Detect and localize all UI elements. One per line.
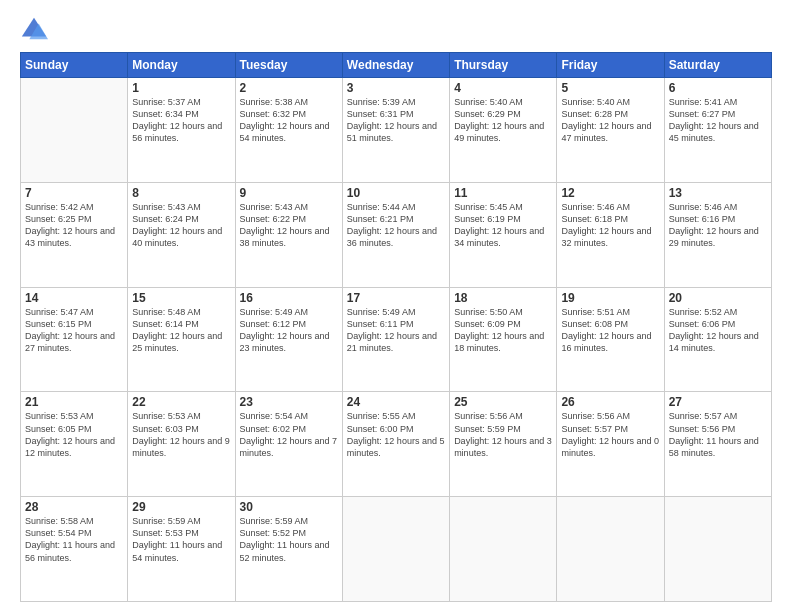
- day-info: Sunrise: 5:43 AM Sunset: 6:22 PM Dayligh…: [240, 201, 338, 250]
- calendar-day-header: Friday: [557, 53, 664, 78]
- logo-icon: [20, 16, 48, 44]
- day-info: Sunrise: 5:56 AM Sunset: 5:59 PM Dayligh…: [454, 410, 552, 459]
- calendar-cell: 11Sunrise: 5:45 AM Sunset: 6:19 PM Dayli…: [450, 182, 557, 287]
- logo: [20, 16, 52, 44]
- day-number: 12: [561, 186, 659, 200]
- calendar-cell: 6Sunrise: 5:41 AM Sunset: 6:27 PM Daylig…: [664, 78, 771, 183]
- calendar-cell: 19Sunrise: 5:51 AM Sunset: 6:08 PM Dayli…: [557, 287, 664, 392]
- calendar-cell: 10Sunrise: 5:44 AM Sunset: 6:21 PM Dayli…: [342, 182, 449, 287]
- calendar-cell: [450, 497, 557, 602]
- day-info: Sunrise: 5:50 AM Sunset: 6:09 PM Dayligh…: [454, 306, 552, 355]
- day-number: 26: [561, 395, 659, 409]
- day-info: Sunrise: 5:48 AM Sunset: 6:14 PM Dayligh…: [132, 306, 230, 355]
- calendar-cell: [664, 497, 771, 602]
- day-number: 7: [25, 186, 123, 200]
- day-number: 29: [132, 500, 230, 514]
- calendar-cell: 30Sunrise: 5:59 AM Sunset: 5:52 PM Dayli…: [235, 497, 342, 602]
- calendar-cell: 12Sunrise: 5:46 AM Sunset: 6:18 PM Dayli…: [557, 182, 664, 287]
- calendar-cell: 8Sunrise: 5:43 AM Sunset: 6:24 PM Daylig…: [128, 182, 235, 287]
- day-number: 21: [25, 395, 123, 409]
- calendar-week-row: 28Sunrise: 5:58 AM Sunset: 5:54 PM Dayli…: [21, 497, 772, 602]
- calendar-table: SundayMondayTuesdayWednesdayThursdayFrid…: [20, 52, 772, 602]
- calendar-cell: [557, 497, 664, 602]
- day-number: 2: [240, 81, 338, 95]
- day-number: 10: [347, 186, 445, 200]
- calendar-week-row: 1Sunrise: 5:37 AM Sunset: 6:34 PM Daylig…: [21, 78, 772, 183]
- calendar-cell: 14Sunrise: 5:47 AM Sunset: 6:15 PM Dayli…: [21, 287, 128, 392]
- day-number: 9: [240, 186, 338, 200]
- calendar-day-header: Sunday: [21, 53, 128, 78]
- day-number: 15: [132, 291, 230, 305]
- calendar-cell: 4Sunrise: 5:40 AM Sunset: 6:29 PM Daylig…: [450, 78, 557, 183]
- calendar-week-row: 14Sunrise: 5:47 AM Sunset: 6:15 PM Dayli…: [21, 287, 772, 392]
- day-info: Sunrise: 5:38 AM Sunset: 6:32 PM Dayligh…: [240, 96, 338, 145]
- calendar-cell: 2Sunrise: 5:38 AM Sunset: 6:32 PM Daylig…: [235, 78, 342, 183]
- day-number: 1: [132, 81, 230, 95]
- calendar-cell: 9Sunrise: 5:43 AM Sunset: 6:22 PM Daylig…: [235, 182, 342, 287]
- day-number: 30: [240, 500, 338, 514]
- day-info: Sunrise: 5:55 AM Sunset: 6:00 PM Dayligh…: [347, 410, 445, 459]
- day-number: 25: [454, 395, 552, 409]
- day-info: Sunrise: 5:40 AM Sunset: 6:28 PM Dayligh…: [561, 96, 659, 145]
- calendar-header-row: SundayMondayTuesdayWednesdayThursdayFrid…: [21, 53, 772, 78]
- calendar-cell: 26Sunrise: 5:56 AM Sunset: 5:57 PM Dayli…: [557, 392, 664, 497]
- calendar-cell: 5Sunrise: 5:40 AM Sunset: 6:28 PM Daylig…: [557, 78, 664, 183]
- day-info: Sunrise: 5:42 AM Sunset: 6:25 PM Dayligh…: [25, 201, 123, 250]
- calendar-cell: 16Sunrise: 5:49 AM Sunset: 6:12 PM Dayli…: [235, 287, 342, 392]
- day-info: Sunrise: 5:43 AM Sunset: 6:24 PM Dayligh…: [132, 201, 230, 250]
- calendar-cell: 28Sunrise: 5:58 AM Sunset: 5:54 PM Dayli…: [21, 497, 128, 602]
- calendar-cell: 15Sunrise: 5:48 AM Sunset: 6:14 PM Dayli…: [128, 287, 235, 392]
- calendar-day-header: Thursday: [450, 53, 557, 78]
- day-number: 16: [240, 291, 338, 305]
- day-info: Sunrise: 5:37 AM Sunset: 6:34 PM Dayligh…: [132, 96, 230, 145]
- day-info: Sunrise: 5:52 AM Sunset: 6:06 PM Dayligh…: [669, 306, 767, 355]
- page: SundayMondayTuesdayWednesdayThursdayFrid…: [0, 0, 792, 612]
- day-info: Sunrise: 5:59 AM Sunset: 5:52 PM Dayligh…: [240, 515, 338, 564]
- day-number: 18: [454, 291, 552, 305]
- calendar-cell: 25Sunrise: 5:56 AM Sunset: 5:59 PM Dayli…: [450, 392, 557, 497]
- calendar-cell: 13Sunrise: 5:46 AM Sunset: 6:16 PM Dayli…: [664, 182, 771, 287]
- day-info: Sunrise: 5:53 AM Sunset: 6:03 PM Dayligh…: [132, 410, 230, 459]
- calendar-cell: 7Sunrise: 5:42 AM Sunset: 6:25 PM Daylig…: [21, 182, 128, 287]
- day-number: 3: [347, 81, 445, 95]
- calendar-cell: 24Sunrise: 5:55 AM Sunset: 6:00 PM Dayli…: [342, 392, 449, 497]
- day-number: 17: [347, 291, 445, 305]
- calendar-cell: 20Sunrise: 5:52 AM Sunset: 6:06 PM Dayli…: [664, 287, 771, 392]
- day-info: Sunrise: 5:58 AM Sunset: 5:54 PM Dayligh…: [25, 515, 123, 564]
- day-number: 22: [132, 395, 230, 409]
- day-number: 14: [25, 291, 123, 305]
- day-number: 23: [240, 395, 338, 409]
- day-info: Sunrise: 5:41 AM Sunset: 6:27 PM Dayligh…: [669, 96, 767, 145]
- day-number: 20: [669, 291, 767, 305]
- day-number: 24: [347, 395, 445, 409]
- calendar-cell: 3Sunrise: 5:39 AM Sunset: 6:31 PM Daylig…: [342, 78, 449, 183]
- calendar-cell: 23Sunrise: 5:54 AM Sunset: 6:02 PM Dayli…: [235, 392, 342, 497]
- day-info: Sunrise: 5:45 AM Sunset: 6:19 PM Dayligh…: [454, 201, 552, 250]
- day-info: Sunrise: 5:40 AM Sunset: 6:29 PM Dayligh…: [454, 96, 552, 145]
- calendar-cell: 21Sunrise: 5:53 AM Sunset: 6:05 PM Dayli…: [21, 392, 128, 497]
- day-info: Sunrise: 5:39 AM Sunset: 6:31 PM Dayligh…: [347, 96, 445, 145]
- header: [20, 16, 772, 44]
- day-info: Sunrise: 5:51 AM Sunset: 6:08 PM Dayligh…: [561, 306, 659, 355]
- calendar-cell: 22Sunrise: 5:53 AM Sunset: 6:03 PM Dayli…: [128, 392, 235, 497]
- calendar-cell: 18Sunrise: 5:50 AM Sunset: 6:09 PM Dayli…: [450, 287, 557, 392]
- day-number: 5: [561, 81, 659, 95]
- calendar-cell: [342, 497, 449, 602]
- calendar-week-row: 21Sunrise: 5:53 AM Sunset: 6:05 PM Dayli…: [21, 392, 772, 497]
- day-info: Sunrise: 5:59 AM Sunset: 5:53 PM Dayligh…: [132, 515, 230, 564]
- day-info: Sunrise: 5:54 AM Sunset: 6:02 PM Dayligh…: [240, 410, 338, 459]
- day-info: Sunrise: 5:47 AM Sunset: 6:15 PM Dayligh…: [25, 306, 123, 355]
- day-info: Sunrise: 5:49 AM Sunset: 6:11 PM Dayligh…: [347, 306, 445, 355]
- calendar-cell: 1Sunrise: 5:37 AM Sunset: 6:34 PM Daylig…: [128, 78, 235, 183]
- day-number: 4: [454, 81, 552, 95]
- day-number: 13: [669, 186, 767, 200]
- day-number: 27: [669, 395, 767, 409]
- calendar-cell: [21, 78, 128, 183]
- calendar-day-header: Tuesday: [235, 53, 342, 78]
- calendar-cell: 29Sunrise: 5:59 AM Sunset: 5:53 PM Dayli…: [128, 497, 235, 602]
- calendar-cell: 27Sunrise: 5:57 AM Sunset: 5:56 PM Dayli…: [664, 392, 771, 497]
- calendar-week-row: 7Sunrise: 5:42 AM Sunset: 6:25 PM Daylig…: [21, 182, 772, 287]
- day-info: Sunrise: 5:56 AM Sunset: 5:57 PM Dayligh…: [561, 410, 659, 459]
- day-number: 11: [454, 186, 552, 200]
- day-info: Sunrise: 5:44 AM Sunset: 6:21 PM Dayligh…: [347, 201, 445, 250]
